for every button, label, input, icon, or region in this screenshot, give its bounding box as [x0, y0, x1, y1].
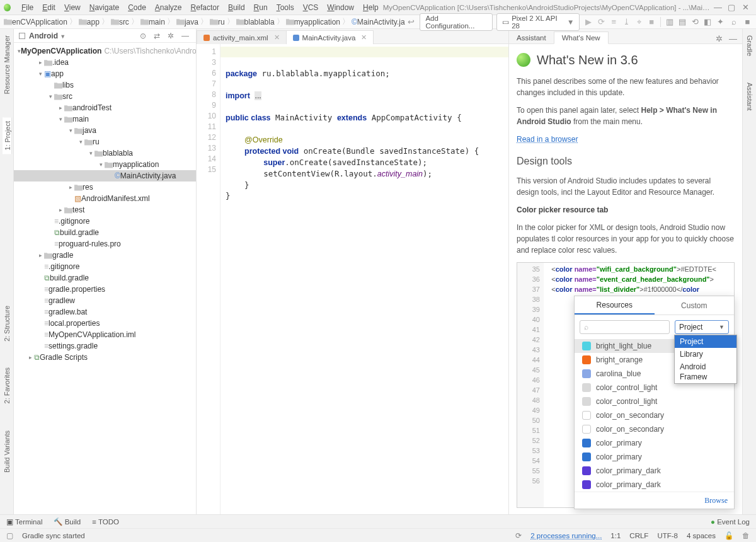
tree-node[interactable]: ▾ src: [14, 91, 196, 102]
scope-option-android-framework[interactable]: Android Framew: [675, 360, 736, 383]
tool-tab-build[interactable]: 🔨 Build: [54, 517, 81, 526]
scope-option-project[interactable]: Project: [675, 335, 736, 348]
maximize-icon[interactable]: ▢: [724, 3, 738, 12]
minimize-icon[interactable]: —: [711, 3, 725, 12]
menu-help[interactable]: Help: [358, 3, 383, 12]
layout-inspector-icon[interactable]: ◧: [702, 17, 713, 27]
tree-node[interactable]: ▸ gradle: [14, 250, 196, 261]
menu-code[interactable]: Code: [123, 3, 151, 12]
read-in-browser-link[interactable]: Read in a browser: [517, 135, 578, 144]
attach-icon[interactable]: ⤓: [621, 17, 631, 27]
tool-tab-favorites[interactable]: 2: Favorites: [3, 364, 11, 407]
tab-assistant[interactable]: Assistant: [509, 32, 554, 43]
hide-panel-icon[interactable]: —: [729, 34, 737, 43]
tree-node[interactable]: ≡ .gitignore: [14, 261, 196, 272]
breadcrumb-4[interactable]: java: [176, 18, 198, 26]
breadcrumb-2[interactable]: src: [111, 18, 129, 26]
color-resource-item[interactable]: color_on_secondary: [575, 408, 734, 422]
tree-node[interactable]: ⧉ build.gradle: [14, 227, 196, 238]
wizard-icon[interactable]: ✦: [715, 17, 725, 27]
color-resource-item[interactable]: color_primary_dark: [575, 478, 734, 492]
color-resource-item[interactable]: color_primary: [575, 436, 734, 450]
status-icon[interactable]: ▢: [6, 531, 13, 540]
tree-node[interactable]: © MainActivity.java: [14, 170, 196, 182]
tree-node[interactable]: ▸⧉ Gradle Scripts: [14, 352, 196, 363]
tool-tab-build-variants[interactable]: Build Variants: [3, 427, 11, 476]
tree-root[interactable]: ▾ MyOpenCVApplicationC:\Users\Tishchenko…: [14, 45, 196, 57]
line-ending[interactable]: CRLF: [629, 532, 648, 539]
menu-analyze[interactable]: Analyze: [151, 3, 186, 12]
tab-custom[interactable]: Custom: [655, 296, 735, 314]
breadcrumb-3[interactable]: main: [140, 18, 165, 26]
tree-node[interactable]: ≡ local.properties: [14, 318, 196, 329]
scope-option-library[interactable]: Library: [675, 348, 736, 360]
tree-node[interactable]: ▾ java: [14, 125, 196, 136]
tree-node[interactable]: ▾▣ app: [14, 68, 196, 79]
background-processes-link[interactable]: 2 processes running...: [530, 532, 602, 539]
tool-tab-project[interactable]: 1: Project: [3, 117, 12, 154]
sdk-icon[interactable]: ▤: [677, 17, 687, 27]
editor-tab-MainActivity.java[interactable]: MainActivity.java✕: [286, 30, 374, 44]
color-resource-item[interactable]: color_primary_dark: [575, 464, 734, 478]
tree-node[interactable]: ≡ gradlew: [14, 295, 196, 306]
tree-node[interactable]: ▸ androidTest: [14, 102, 196, 113]
tree-node[interactable]: ≡ gradlew.bat: [14, 306, 196, 318]
code-area[interactable]: package ru.blablabla.myapplication; impo…: [220, 44, 508, 514]
expand-icon[interactable]: ⇄: [152, 32, 162, 40]
color-resource-item[interactable]: color_control_light: [575, 395, 734, 408]
indent-info[interactable]: 4 spaces: [687, 532, 716, 539]
resource-scope-dropdown[interactable]: Project▼ Project Library Android Framew: [675, 320, 729, 334]
tree-node[interactable]: ≡ MyOpenCVApplication.iml: [14, 329, 196, 340]
back-icon[interactable]: ↩: [406, 17, 416, 27]
tree-node[interactable]: ≡ .gitignore: [14, 216, 196, 227]
profile-icon[interactable]: ≡: [609, 17, 619, 27]
readonly-icon[interactable]: 🔓: [724, 531, 733, 540]
stop-icon[interactable]: ■: [646, 17, 656, 27]
menu-navigate[interactable]: Navigate: [85, 3, 123, 12]
panel-settings-icon[interactable]: ✲: [716, 34, 723, 43]
menu-file[interactable]: File: [17, 3, 38, 12]
menu-run[interactable]: Run: [249, 3, 272, 12]
menu-tools[interactable]: Tools: [272, 3, 299, 12]
locate-icon[interactable]: ⊙: [138, 32, 148, 40]
tree-node[interactable]: ▾ blablabla: [14, 147, 196, 159]
menu-view[interactable]: View: [60, 3, 85, 12]
project-scope-dropdown[interactable]: Android ▼: [29, 32, 66, 40]
breadcrumb-8[interactable]: © MainActivity.java: [352, 18, 405, 26]
settings-icon[interactable]: ■: [743, 17, 752, 27]
tree-node[interactable]: ▧ AndroidManifest.xml: [14, 193, 196, 204]
tool-tab-gradle[interactable]: Gradle: [746, 32, 753, 60]
tool-tab-structure[interactable]: 2: Structure: [3, 302, 11, 345]
tool-tab-todo[interactable]: ≡ TODO: [92, 518, 119, 526]
panel-settings-icon[interactable]: ✲: [166, 32, 176, 40]
color-resource-item[interactable]: color_on_secondary: [575, 422, 734, 436]
editor-tab-activity_main.xml[interactable]: activity_main.xml✕: [197, 30, 287, 44]
tab-whats-new[interactable]: What's New: [554, 32, 609, 44]
breadcrumb-6[interactable]: blablabla: [236, 18, 275, 26]
tree-node[interactable]: ▾ myapplication: [14, 159, 196, 170]
tree-node[interactable]: ⧉ build.gradle: [14, 272, 196, 284]
close-icon[interactable]: ✕: [738, 3, 752, 12]
tree-node[interactable]: ≡ gradle.properties: [14, 284, 196, 295]
search-icon[interactable]: ⌕: [729, 17, 738, 27]
color-resource-item[interactable]: color_primary: [575, 450, 734, 464]
breadcrumb-1[interactable]: app: [79, 18, 100, 26]
tab-resources[interactable]: Resources: [575, 296, 655, 314]
tree-node[interactable]: ▸ .idea: [14, 57, 196, 68]
debug-icon[interactable]: ⟳: [596, 17, 606, 27]
tree-node[interactable]: ▸ res: [14, 182, 196, 193]
encoding[interactable]: UTF-8: [657, 532, 678, 539]
menu-window[interactable]: Window: [323, 3, 358, 12]
tree-node[interactable]: ≡ proguard-rules.pro: [14, 238, 196, 250]
memory-icon[interactable]: 🗑: [742, 532, 750, 539]
tree-node[interactable]: ▾ main: [14, 113, 196, 125]
breadcrumb-7[interactable]: myapplication: [286, 18, 340, 26]
resource-search-input[interactable]: ⌕: [580, 320, 670, 334]
tree-node[interactable]: ▸ test: [14, 204, 196, 216]
hide-panel-icon[interactable]: —: [180, 32, 191, 40]
tree-node[interactable]: ▾ ru: [14, 136, 196, 147]
breadcrumb-0[interactable]: enCVApplication: [4, 18, 67, 26]
browse-link[interactable]: Browse: [575, 492, 734, 509]
tool-tab-terminal[interactable]: ▣ Terminal: [6, 517, 42, 526]
add-configuration-button[interactable]: Add Configuration...: [420, 13, 493, 31]
